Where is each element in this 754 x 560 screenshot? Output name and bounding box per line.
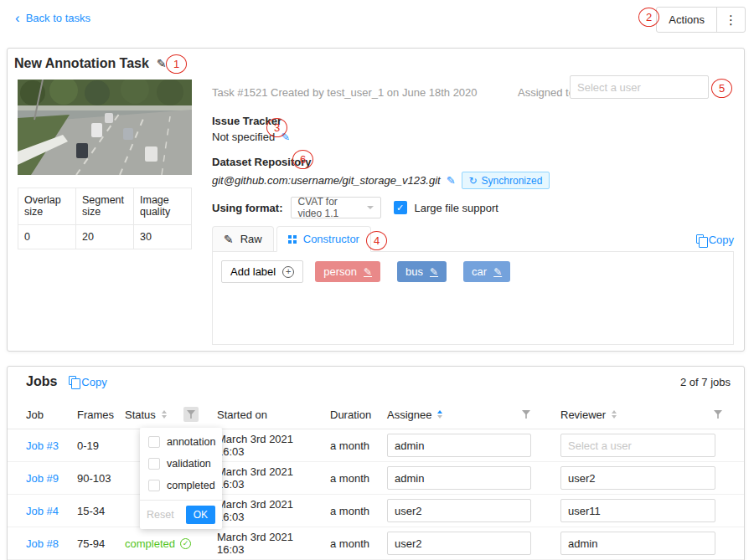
job-link[interactable]: Job #9	[26, 472, 59, 485]
filter-option-label: validation	[167, 458, 211, 470]
dataset-repository-url: git@github.com:username/git_storage_v123…	[212, 174, 441, 187]
large-file-support-checkbox[interactable]: ✓	[394, 201, 407, 214]
copy-jobs-link[interactable]: Copy	[69, 376, 106, 388]
column-duration: Duration	[330, 400, 387, 429]
assigned-to-input[interactable]	[570, 75, 709, 99]
frames-cell: 90-103	[77, 462, 125, 495]
reviewer-input[interactable]	[560, 499, 715, 522]
edit-label-icon[interactable]: ✎	[364, 266, 372, 278]
jobs-table: Job Frames Status Started on Duration As…	[8, 400, 744, 560]
task-title-row: New Annotation Task ✎	[14, 56, 167, 71]
table-row: Job #4 15-34 March 3rd 2021 16:03 a mont…	[8, 495, 744, 527]
assignee-input[interactable]	[387, 499, 531, 522]
filter-option-validation[interactable]: validation	[140, 453, 222, 475]
more-actions-icon[interactable]: ⋮	[717, 8, 745, 32]
param-value-quality: 30	[134, 225, 192, 249]
column-frames: Frames	[77, 400, 125, 429]
sort-status-control[interactable]	[162, 410, 167, 419]
checkbox-icon[interactable]	[148, 480, 160, 491]
filter-option-completed[interactable]: completed	[140, 475, 222, 496]
tab-constructor[interactable]: Constructor	[276, 226, 371, 252]
filter-status-icon[interactable]	[183, 407, 199, 422]
filter-reset-button[interactable]: Reset	[147, 509, 174, 521]
job-link[interactable]: Job #8	[26, 537, 59, 550]
duration-cell: a month	[330, 527, 387, 560]
copy-icon	[696, 234, 704, 244]
column-started-on: Started on	[217, 400, 330, 429]
frames-cell: 15-34	[77, 495, 125, 527]
label-chip-person[interactable]: person ✎	[315, 261, 380, 282]
checkbox-icon[interactable]	[148, 436, 160, 448]
task-title: New Annotation Task	[14, 56, 149, 71]
add-label-button[interactable]: Add label +	[221, 260, 303, 283]
filter-reviewer-icon[interactable]	[710, 407, 726, 422]
tab-raw[interactable]: ✎ Raw	[212, 226, 274, 251]
edit-label-icon[interactable]: ✎	[430, 266, 438, 278]
reviewer-input[interactable]	[560, 434, 715, 457]
table-row: Job #9 90-103 March 3rd 2021 16:03 a mon…	[8, 462, 744, 495]
param-header-quality: Image quality	[134, 188, 192, 225]
sort-reviewer-control[interactable]	[612, 410, 617, 419]
back-to-tasks-label: Back to tasks	[26, 12, 90, 24]
filter-assignee-icon[interactable]	[519, 407, 534, 422]
label-chip-name: car	[472, 265, 487, 278]
label-chip-bus[interactable]: bus ✎	[397, 261, 447, 282]
back-to-tasks-link[interactable]: ‹ Back to tasks	[15, 12, 90, 24]
label-constructor-pane: Add label + person ✎ bus ✎ car ✎	[212, 252, 734, 345]
format-select-value: CVAT for video 1.1	[298, 196, 362, 219]
sort-assignee-control[interactable]	[437, 410, 442, 419]
copy-labels-link[interactable]: Copy	[696, 234, 734, 251]
jobs-title: Jobs	[26, 374, 57, 389]
chevron-down-icon	[367, 206, 374, 209]
add-label-button-label: Add label	[230, 265, 276, 278]
actions-button[interactable]: Actions ⋮	[656, 7, 746, 33]
pencil-icon: ✎	[224, 233, 234, 246]
using-format-label: Using format:	[212, 202, 283, 214]
param-header-overlap: Overlap size	[18, 188, 76, 225]
road-scene-image	[18, 80, 192, 175]
edit-label-icon[interactable]: ✎	[493, 266, 502, 278]
jobs-count: 2 of 7 jobs	[680, 376, 731, 388]
copy-labels-label: Copy	[709, 234, 734, 246]
large-file-support-label: Large file support	[415, 202, 498, 214]
sync-icon: ↻	[469, 175, 478, 187]
status-cell: completed ✓	[125, 537, 191, 550]
task-meta-text: Task #1521 Created by test_user_1 on Jun…	[212, 86, 478, 99]
checkbox-icon[interactable]	[148, 458, 160, 470]
task-params-table: Overlap size Segment size Image quality …	[18, 188, 192, 249]
assignee-input[interactable]	[387, 434, 531, 457]
reviewer-input[interactable]	[560, 532, 715, 555]
copy-icon	[69, 376, 76, 385]
synchronized-badge-label: Synchronized	[482, 175, 543, 187]
labels-tabbar: ✎ Raw Constructor Copy	[212, 227, 734, 252]
duration-cell: a month	[330, 462, 387, 495]
annotation-mark-5: 5	[711, 79, 732, 98]
reviewer-input[interactable]	[560, 466, 715, 490]
assignee-input[interactable]	[387, 532, 531, 555]
back-chevron-icon: ‹	[15, 13, 20, 23]
plus-circle-icon: +	[282, 266, 294, 278]
table-row: Job #3 0-19 March 3rd 2021 16:03 a month	[8, 429, 744, 462]
started-cell: March 3rd 2021 16:03	[217, 429, 330, 462]
assignee-input[interactable]	[387, 466, 531, 490]
param-value-overlap: 0	[18, 225, 76, 249]
status-filter-dropdown: annotation validation completed Reset OK	[140, 428, 222, 529]
task-preview-image	[18, 80, 192, 175]
edit-task-name-icon[interactable]: ✎	[157, 57, 167, 70]
column-assignee: Assignee	[387, 408, 431, 421]
format-select[interactable]: CVAT for video 1.1	[291, 197, 381, 218]
param-value-segment: 20	[76, 225, 134, 249]
job-link[interactable]: Job #3	[26, 439, 59, 452]
jobs-card: Jobs Copy 2 of 7 jobs Job Frames Status	[7, 366, 745, 560]
filter-option-label: completed	[167, 480, 215, 491]
column-reviewer: Reviewer	[560, 408, 606, 421]
edit-repository-icon[interactable]: ✎	[447, 174, 456, 187]
filter-ok-button[interactable]: OK	[186, 506, 215, 524]
column-status: Status	[125, 408, 156, 421]
label-chip-car[interactable]: car ✎	[463, 261, 510, 282]
filter-option-annotation[interactable]: annotation	[140, 431, 222, 453]
job-link[interactable]: Job #4	[26, 505, 59, 517]
completed-status-icon: ✓	[180, 538, 191, 549]
actions-button-label[interactable]: Actions	[657, 8, 717, 32]
duration-cell: a month	[330, 429, 387, 462]
